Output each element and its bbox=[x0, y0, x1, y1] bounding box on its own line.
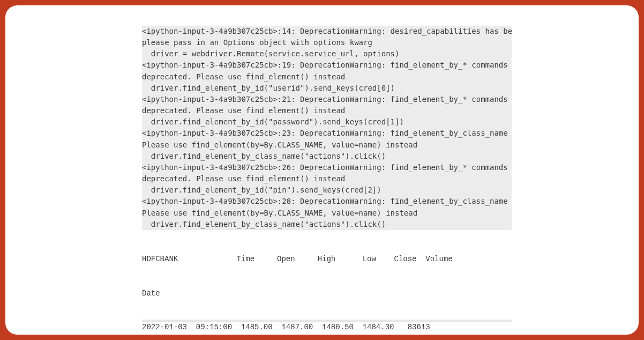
table-index-label: Date bbox=[142, 288, 512, 299]
table-row: 2022-01-03 09:15:00 1485.00 1487.00 1480… bbox=[142, 322, 512, 333]
stderr-block: <ipython-input-3-4a9b307c25cb>:14: Depre… bbox=[142, 26, 512, 230]
notebook-cell-output: <ipython-input-3-4a9b307c25cb>:14: Depre… bbox=[142, 26, 512, 335]
table-header-line: HDFCBANK Time Open High Low Close Volume bbox=[142, 254, 512, 265]
output-card: <ipython-input-3-4a9b307c25cb>:14: Depre… bbox=[5, 5, 639, 335]
horizontal-scroll-track[interactable] bbox=[142, 320, 512, 322]
